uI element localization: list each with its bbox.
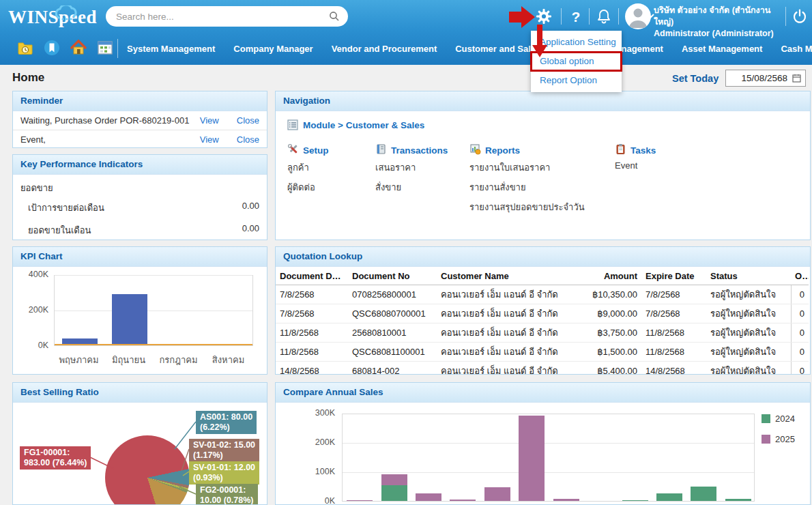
close-link[interactable]: Close bbox=[237, 115, 259, 126]
quotation-table-head: Document DateDocument NoCustomer NameAmo… bbox=[276, 267, 809, 285]
close-link[interactable]: Close bbox=[237, 134, 259, 145]
table-cell: คอนเวเยอร์ เอ็ม แอนด์ อี จำกัด bbox=[437, 304, 579, 323]
stacked-bar-2025 bbox=[553, 499, 579, 501]
nav-group-reports: Reportsรายงานใบเสนอราคารายงานสั่งขายรายง… bbox=[469, 143, 615, 217]
nav-item[interactable]: รายงานใบเสนอราคา bbox=[469, 158, 615, 177]
bookmark-icon[interactable] bbox=[44, 40, 60, 56]
stacked-bar-2025 bbox=[416, 493, 441, 501]
breadcrumb-text: Module > Customer & Sales bbox=[303, 120, 424, 130]
search-input[interactable] bbox=[106, 6, 348, 27]
reminder-row: Waiting, Purchase Order POR-680219-001Vi… bbox=[13, 111, 267, 130]
stacked-bar-2024 bbox=[622, 500, 648, 501]
pie-slice-label: SV-01-02: 15.00(1.17%) bbox=[189, 439, 259, 462]
kpi-chart-plot bbox=[54, 275, 253, 346]
kpi-bar bbox=[112, 294, 147, 345]
notifications-bell-icon[interactable] bbox=[595, 8, 613, 26]
home-icon[interactable] bbox=[70, 40, 87, 56]
table-cell: 0708256800001 bbox=[348, 285, 437, 304]
table-cell: 11/8/2568 bbox=[276, 323, 348, 343]
kpi-row: เป้าการขายต่อเดือน0.00 bbox=[13, 197, 267, 219]
gridline bbox=[55, 311, 252, 311]
gridline bbox=[55, 275, 252, 276]
nav-group-header-setup[interactable]: Setup bbox=[287, 143, 375, 158]
winspeed-app: WINSpeed ? bbox=[0, 0, 812, 505]
date-input[interactable]: 15/08/2568 bbox=[725, 70, 806, 87]
menu-item-asset-management[interactable]: Asset Management bbox=[682, 44, 762, 54]
dropdown-item-application-setting[interactable]: Application Setting bbox=[531, 33, 622, 52]
stacked-bar-2024 bbox=[656, 493, 682, 501]
nav-item[interactable]: รายงานสรุปยอดขายประจำวัน bbox=[469, 197, 615, 217]
quotation-body: Document DateDocument NoCustomer NameAmo… bbox=[276, 267, 810, 374]
quotation-table-body: 7/8/25680708256800001คอนเวเยอร์ เอ็ม แอน… bbox=[276, 285, 809, 375]
table-cell: 680814-002 bbox=[348, 362, 437, 375]
date-value: 15/08/2568 bbox=[741, 73, 787, 83]
stacked-bar-2024 bbox=[725, 499, 751, 501]
nav-item[interactable]: ลูกค้า bbox=[287, 158, 375, 177]
table-cell: คอนเวเยอร์ เอ็ม แอนด์ อี จำกัด bbox=[437, 343, 579, 362]
logout-power-icon[interactable] bbox=[791, 8, 809, 26]
legend-swatch bbox=[762, 435, 770, 444]
pie-slice-label: AS001: 80.00(6.22%) bbox=[196, 411, 257, 434]
table-cell: QSC68080700001 bbox=[348, 304, 437, 323]
table-row[interactable]: 7/8/2568QSC68080700001คอนเวเยอร์ เอ็ม แอ… bbox=[276, 304, 809, 323]
legend-label: 2024 bbox=[775, 414, 795, 424]
recent-documents-folder-icon[interactable] bbox=[17, 40, 33, 56]
y-axis-tick: 0K bbox=[20, 341, 48, 350]
divider bbox=[561, 8, 562, 25]
best-selling-chart: FG1-00001:983.00 (76.44%)AS001: 80.00(6.… bbox=[13, 403, 267, 504]
nav-item[interactable]: Event bbox=[615, 158, 804, 173]
best-selling-panel: Best Selling Ratio FG1-00001:983.00 (76.… bbox=[12, 382, 267, 505]
settings-gear-icon[interactable] bbox=[535, 8, 553, 26]
table-cell: ฿3,750.00 bbox=[579, 323, 641, 343]
nav-group-label: Reports bbox=[485, 145, 520, 156]
x-axis-label: สิงหาคม bbox=[203, 353, 253, 367]
nav-group-label: Transactions bbox=[391, 145, 448, 156]
table-cell: รอผู้ใหญ่ตัดสินใจ bbox=[706, 304, 791, 323]
kpi-chart-panel: KPI Chart 0K200K400Kพฤษภาคมมิถุนายนกรกฎา… bbox=[12, 246, 267, 375]
table-row[interactable]: 11/8/2568QSC68081100001คอนเวเยอร์ เอ็ม แ… bbox=[276, 343, 809, 362]
table-cell: 0 bbox=[791, 362, 809, 375]
nav-item[interactable]: สั่งขาย bbox=[375, 177, 469, 197]
clipboard-icon bbox=[615, 143, 626, 157]
table-row[interactable]: 11/8/256825680810001คอนเวเยอร์ เอ็ม แอนด… bbox=[276, 323, 809, 343]
kpi-body: ยอดขายเป้าการขายต่อเดือน0.00ยอดขายในเดือ… bbox=[13, 175, 267, 240]
nav-item[interactable]: รายงานสั่งขาย bbox=[469, 177, 615, 197]
menu-item-system-management[interactable]: System Management bbox=[127, 44, 215, 54]
table-row[interactable]: 14/8/2568680814-002คอนเวเยอร์ เอ็ม แอนด์… bbox=[276, 362, 809, 375]
reminder-panel: Reminder Waiting, Purchase Order POR-680… bbox=[12, 91, 267, 148]
table-cell: 7/8/2568 bbox=[641, 285, 706, 304]
table-cell: 7/8/2568 bbox=[641, 304, 706, 323]
menu-item-customer-and-sales[interactable]: Customer and Sales bbox=[455, 44, 540, 54]
divider bbox=[785, 7, 786, 26]
nav-group-header-tasks[interactable]: Tasks bbox=[615, 143, 804, 158]
view-link[interactable]: View bbox=[200, 115, 219, 126]
cloud-icon bbox=[50, 5, 86, 22]
table-cell: รอผู้ใหญ่ตัดสินใจ bbox=[706, 343, 791, 362]
help-icon[interactable]: ? bbox=[567, 8, 585, 26]
menu-item-company-manager[interactable]: Company Manager bbox=[233, 44, 313, 54]
table-cell: คอนเวเยอร์ เอ็ม แอนด์ อี จำกัด bbox=[437, 285, 579, 304]
legend-item-2024: 2024 bbox=[762, 414, 795, 424]
main-menu: System ManagementCompany ManagerVendor a… bbox=[127, 33, 812, 65]
breadcrumb[interactable]: Module > Customer & Sales bbox=[287, 119, 424, 130]
reminder-row: Event,ViewClose bbox=[13, 130, 267, 147]
dropdown-item-global-option[interactable]: Global option bbox=[531, 52, 622, 71]
report-chart-icon bbox=[469, 143, 481, 157]
ledger-book-icon bbox=[375, 143, 387, 157]
menu-item-vendor-and-procurement[interactable]: Vendor and Procurement bbox=[332, 44, 437, 54]
menu-item-cash-management[interactable]: Cash Management bbox=[781, 44, 812, 54]
nav-item[interactable]: เสนอราคา bbox=[375, 158, 469, 177]
table-row[interactable]: 7/8/25680708256800001คอนเวเยอร์ เอ็ม แอน… bbox=[276, 285, 809, 304]
table-cell: 14/8/2568 bbox=[276, 362, 348, 375]
view-link[interactable]: View bbox=[200, 134, 219, 145]
calendar-schedule-icon[interactable] bbox=[97, 40, 113, 56]
nav-item[interactable]: ผู้ติดต่อ bbox=[287, 177, 375, 197]
reminder-title: Reminder bbox=[13, 91, 267, 111]
navigation-panel: Navigation Module > Customer & Sales Set… bbox=[275, 91, 811, 240]
nav-group-header-reports[interactable]: Reports bbox=[469, 143, 615, 158]
table-cell: QSC68081100001 bbox=[348, 343, 437, 362]
quotation-panel: Quotation Lookup Document DateDocument N… bbox=[275, 246, 811, 375]
reminder-text: Waiting, Purchase Order POR-680219-001 bbox=[20, 115, 189, 126]
nav-group-header-transactions[interactable]: Transactions bbox=[375, 143, 469, 158]
dropdown-item-report-option[interactable]: Report Option bbox=[531, 71, 622, 90]
